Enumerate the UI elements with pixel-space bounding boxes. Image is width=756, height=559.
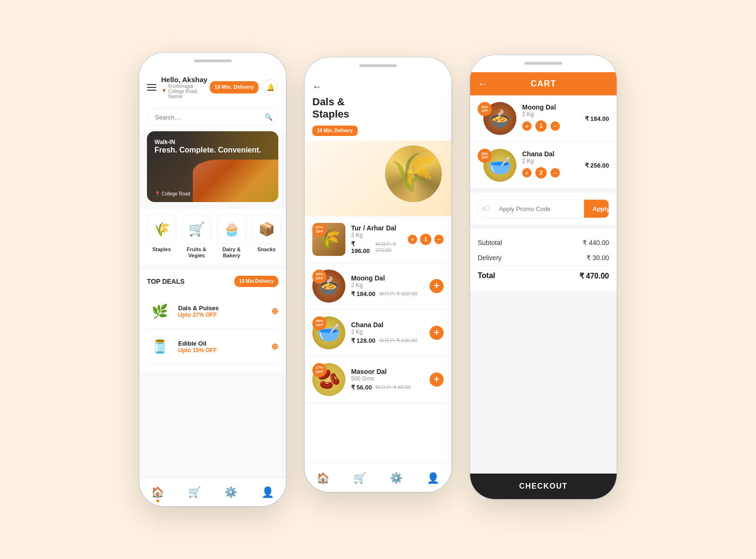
banner-location: 📍 College Road [155,191,190,196]
deal-dals-discount: Upto 27% OFF [178,312,271,318]
search-bar: 🔍 [139,105,286,131]
masoor-dal-price: ₹ 56.00 [351,384,372,391]
cart-chana-price: ₹ 256.00 [585,162,609,169]
greeting-text: Hello, Akshay [161,76,210,84]
category-title: Dals & Staples [312,96,444,121]
delivery-row: Delivery ₹ 30.00 [478,250,609,265]
tur-dal-minus-btn[interactable]: − [434,235,444,244]
cart-chana-add[interactable]: + [522,168,532,178]
deal-oil-name: Edible Oil [178,340,271,347]
tur-dal-qty: 2 Kg [351,232,408,238]
delivery-pill: 10 Min. Delivery [312,126,358,136]
grain-decoration: 🌾 [390,150,437,195]
cart-chana-count: 2 [535,167,547,178]
chana-dal-discount-badge: 28% OFF [312,316,326,330]
cart-moong-price: ₹ 184.00 [585,115,609,122]
moong-dal-price: ₹ 184.00 [351,290,375,297]
cart-back-button[interactable]: ← [478,78,487,89]
chana-dal-add-btn[interactable]: + [430,326,444,340]
notification-bell[interactable]: 🔔 [262,79,278,95]
bottom-nav: 🏠 🛒 ⚙️ 👤 [139,478,286,506]
apply-promo-button[interactable]: Apply [584,200,609,218]
tur-dal-discount-badge: 27% OFF [312,223,326,237]
fruits-label: Fruits & Vegies [182,246,211,259]
chana-dal-qty: 2 Kg [351,329,430,335]
banner-location-icon: 📍 [155,191,160,196]
category-snacks[interactable]: 📦 Snacks [252,214,281,259]
masoor-dal-add-btn[interactable]: + [430,373,444,387]
home-icon: 🏠 [151,486,164,499]
profile-icon: 👤 [261,486,274,499]
cart-chana-qty: 2 Kg [522,158,585,164]
bottom-nav-p2: 🏠 🛒 ⚙️ 👤 [305,464,451,492]
back-button[interactable]: ← [312,81,444,92]
nav-settings-p2[interactable]: ⚙️ [390,472,403,484]
subtotal-value: ₹ 440.00 [583,239,609,246]
checkout-button[interactable]: CHECKOUT [470,474,617,499]
chana-dal-price: ₹ 128.00 [351,337,375,344]
promo-code-input[interactable] [493,200,584,218]
nav-profile[interactable]: 👤 [261,486,274,499]
phones-container: Hello, Akshay 📍 Krushinagar College Road… [120,34,636,525]
subtotal-label: Subtotal [478,239,502,246]
promo-tag-icon: 🏷 [478,200,493,218]
deal-oil-image: 🫙 [147,334,172,359]
tur-dal-price: ₹ 196.00 [351,240,372,254]
price-summary: Subtotal ₹ 440.00 Delivery ₹ 30.00 Total… [470,229,617,291]
total-label: Total [478,271,495,280]
cart-chana-name: Chana Dal [522,150,585,158]
cart-moong-minus[interactable]: − [550,121,560,131]
category-staples[interactable]: 🌾 Staples [147,214,176,259]
moong-dal-mrp: M.R.P: ₹ 320.00 [379,291,417,297]
total-value: ₹ 470.00 [579,271,609,280]
category-dairy[interactable]: 🧁 Dairy & Bakery [217,214,246,259]
cart-chana-discount: 28% OFF [478,149,492,163]
tur-dal-count: 1 [420,234,431,245]
nav-home-p2[interactable]: 🏠 [317,472,329,484]
moong-dal-discount-badge: 42% OFF [312,270,326,284]
tur-dal-add-btn[interactable]: + [408,235,417,244]
tur-dal-name: Tur / Arhar Dal [351,224,408,232]
tur-dal-mrp: M.R.P: ₹ 270.00 [376,241,408,253]
category-fruits[interactable]: 🛒 Fruits & Vegies [182,214,211,259]
deal-dals[interactable]: 🌿 Dals & Pulses Upto 27% OFF ⊕ [147,294,278,329]
category-banner: 🌾 [305,141,451,216]
categories-section: 🌾 Staples 🛒 Fruits & Vegies 🧁 Dairy & Ba… [139,209,286,265]
deal-dals-arrow[interactable]: ⊕ [271,306,278,316]
deal-oil-arrow[interactable]: ⊕ [271,341,278,352]
cart-moong-name: Moong Dal [522,103,585,111]
total-row: Total ₹ 470.00 [478,265,609,284]
subtotal-row: Subtotal ₹ 440.00 [478,235,609,250]
cart-item-moong-dal: 42% OFF 🍲 Moong Dal 2 Kg + 1 − ₹ 184.00 [470,95,617,142]
hamburger-menu[interactable] [147,84,156,91]
dairy-icon: 🧁 [217,214,246,244]
moong-dal-qty: 2 Kg [351,282,430,288]
moong-dal-name: Moong Dal [351,274,430,282]
cart-chana-minus[interactable]: − [550,168,560,178]
cart-moong-count: 1 [535,120,547,132]
nav-cart-p2[interactable]: 🛒 [353,472,366,484]
phone-home: Hello, Akshay 📍 Krushinagar College Road… [139,53,286,506]
nav-cart[interactable]: 🛒 [188,486,201,499]
snacks-icon: 📦 [252,214,281,244]
home-header: Hello, Akshay 📍 Krushinagar College Road… [139,70,286,105]
search-input[interactable] [147,109,278,126]
nav-settings[interactable]: ⚙️ [224,486,237,499]
top-deals-section: TOP DEALS 10 Min Delivery 🌿 Dals & Pulse… [139,269,286,371]
nav-home[interactable]: 🏠 [151,486,164,499]
nav-profile-p2[interactable]: 👤 [427,472,439,484]
cart-icon: 🛒 [188,486,201,499]
cart-moong-add[interactable]: + [522,121,532,131]
delivery-badge: 10 Min. Delivery [210,81,258,93]
deal-oil-discount: Upto 15% OFF [178,347,271,354]
moong-dal-add-btn[interactable]: + [430,279,444,293]
masoor-dal-mrp: M.R.P: ₹ 68.00 [376,384,411,390]
deal-oil[interactable]: 🫙 Edible Oil Upto 15% OFF ⊕ [147,329,278,364]
product-list: 27% OFF 🌾 Tur / Arhar Dal 2 Kg ₹ 196.00 … [305,216,451,473]
snacks-label: Snacks [258,246,276,253]
staples-label: Staples [152,246,171,253]
location-text: 📍 Krushinagar College Road, Nashik [161,84,210,99]
location-pin-icon: 📍 [161,89,167,94]
promo-section: 🏷 Apply [470,193,617,225]
product-chana-dal: 28% OFF 🥣 Chana Dal 2 Kg ₹ 128.00 M.R.P:… [305,310,451,356]
